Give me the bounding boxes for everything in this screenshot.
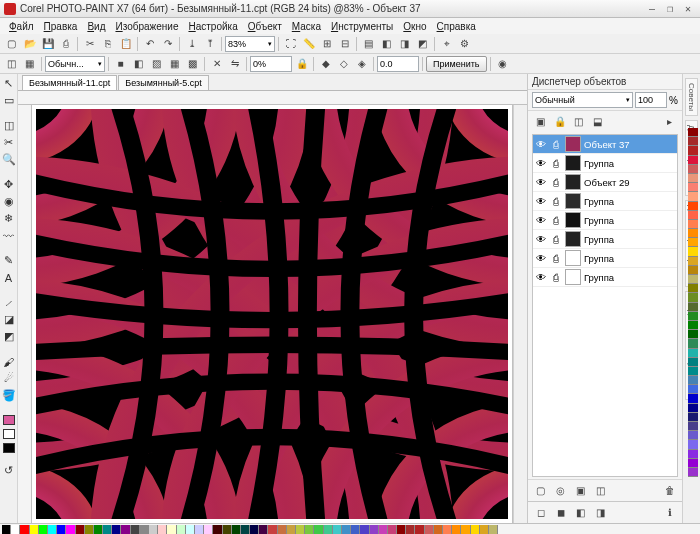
new-object-icon[interactable]: ▢ [532, 482, 549, 499]
paste-icon[interactable]: 📋 [117, 35, 134, 52]
layer-row[interactable]: 👁⎙Группа [533, 230, 677, 249]
color-swatch[interactable] [688, 440, 698, 449]
dropshadow-tool[interactable]: ◩ [1, 329, 16, 344]
color-swatch[interactable] [688, 459, 698, 468]
color-swatch[interactable] [131, 525, 140, 534]
options2-icon[interactable]: ◉ [494, 55, 511, 72]
color-swatch[interactable] [167, 525, 176, 534]
color-swatch[interactable] [57, 525, 66, 534]
color-swatch[interactable] [452, 525, 461, 534]
mask-mode2-icon[interactable]: ◼ [552, 504, 569, 521]
menu-Объект[interactable]: Объект [243, 21, 287, 32]
panel-opts-icon[interactable]: ▸ [661, 113, 678, 130]
new-lens-icon[interactable]: ◎ [552, 482, 569, 499]
node2-icon[interactable]: ◇ [335, 55, 352, 72]
new-mask-icon[interactable]: ◫ [592, 482, 609, 499]
undo-icon[interactable]: ↶ [141, 35, 158, 52]
color-swatch[interactable] [688, 303, 698, 312]
liquid-tool[interactable]: 〰 [1, 228, 16, 243]
layer-row[interactable]: 👁⎙Группа [533, 192, 677, 211]
close-button[interactable]: ✕ [680, 2, 696, 16]
color-swatch[interactable] [688, 137, 698, 146]
visibility-icon[interactable]: 👁 [535, 272, 547, 283]
snap-icon[interactable]: ⌖ [438, 35, 455, 52]
color-swatch[interactable] [688, 128, 698, 137]
print-icon[interactable]: ⎙ [550, 253, 562, 264]
print-icon[interactable]: ⎙ [550, 196, 562, 207]
canvas[interactable] [32, 105, 513, 523]
info-icon[interactable]: ℹ [661, 504, 678, 521]
filltype4-icon[interactable]: ▦ [166, 55, 183, 72]
opacity-field[interactable]: 0% [250, 56, 292, 72]
app3-icon[interactable]: ◩ [414, 35, 431, 52]
color-swatch[interactable] [415, 525, 424, 534]
cut-icon[interactable]: ✂ [81, 35, 98, 52]
redeye-tool[interactable]: ◉ [1, 194, 16, 209]
touchup-tool[interactable]: ❄ [1, 211, 16, 226]
node1-icon[interactable]: ◆ [317, 55, 334, 72]
merge-icon[interactable]: ⬓ [589, 113, 606, 130]
menu-Справка[interactable]: Справка [432, 21, 481, 32]
color-swatch[interactable] [314, 525, 323, 534]
zoom-tool[interactable]: 🔍 [1, 152, 16, 167]
mirror-icon[interactable]: ⇋ [226, 55, 243, 72]
crop-tool[interactable]: ✂ [1, 135, 16, 150]
print-icon[interactable]: ⎙ [57, 35, 74, 52]
layer-row[interactable]: 👁⎙Группа [533, 249, 677, 268]
layer-row[interactable]: 👁⎙Группа [533, 154, 677, 173]
pick-tool[interactable]: ↖ [1, 76, 16, 91]
menu-Правка[interactable]: Правка [39, 21, 83, 32]
paint-tool[interactable]: 🖌 [1, 354, 16, 369]
print-icon[interactable]: ⎙ [550, 234, 562, 245]
color-swatch[interactable] [333, 525, 342, 534]
visibility-icon[interactable]: 👁 [535, 253, 547, 264]
color-swatch[interactable] [379, 525, 388, 534]
color-swatch[interactable] [688, 293, 698, 302]
doc-tab[interactable]: Безымянный-11.cpt [22, 75, 117, 90]
layer-row[interactable]: 👁⎙Объект 37 [533, 135, 677, 154]
menu-Окно[interactable]: Окно [398, 21, 431, 32]
color-swatch[interactable] [425, 525, 434, 534]
color-swatch[interactable] [688, 330, 698, 339]
color-swatch[interactable] [688, 404, 698, 413]
color-swatch[interactable] [434, 525, 443, 534]
filltype2-icon[interactable]: ◧ [130, 55, 147, 72]
color-swatch[interactable] [688, 349, 698, 358]
color-swatch[interactable] [94, 525, 103, 534]
sprayer-tool[interactable]: ☄ [1, 371, 16, 386]
color-swatch[interactable] [39, 525, 48, 534]
color-swatch[interactable] [688, 284, 698, 293]
app1-icon[interactable]: ◧ [378, 35, 395, 52]
filltype3-icon[interactable]: ▨ [148, 55, 165, 72]
copy-icon[interactable]: ⎘ [99, 35, 116, 52]
fg-swatch[interactable] [3, 415, 15, 425]
layer-row[interactable]: 👁⎙Объект 29 [533, 173, 677, 192]
visibility-icon[interactable]: 👁 [535, 234, 547, 245]
ruler-icon[interactable]: 📏 [300, 35, 317, 52]
color-swatch[interactable] [688, 275, 698, 284]
color-swatch[interactable] [324, 525, 333, 534]
color-swatch[interactable] [204, 525, 213, 534]
filltype5-icon[interactable]: ▩ [184, 55, 201, 72]
presets-icon[interactable]: ◫ [3, 55, 20, 72]
color-swatch[interactable] [66, 525, 75, 534]
color-swatch[interactable] [342, 525, 351, 534]
effect-tool[interactable]: ✎ [1, 253, 16, 268]
fullscreen-icon[interactable]: ⛶ [282, 35, 299, 52]
blend-mode-combo[interactable]: Обычный▾ [532, 92, 633, 108]
color-swatch[interactable] [688, 229, 698, 238]
color-swatch[interactable] [388, 525, 397, 534]
color-swatch[interactable] [688, 257, 698, 266]
node3-icon[interactable]: ◈ [353, 55, 370, 72]
color-swatch[interactable] [223, 525, 232, 534]
color-swatch[interactable] [213, 525, 222, 534]
guide-icon[interactable]: ⊟ [336, 35, 353, 52]
color-swatch[interactable] [360, 525, 369, 534]
color-swatch[interactable] [688, 431, 698, 440]
app2-icon[interactable]: ◨ [396, 35, 413, 52]
mask-mode3-icon[interactable]: ◧ [572, 504, 589, 521]
color-swatch[interactable] [397, 525, 406, 534]
swap-icon[interactable]: ✕ [208, 55, 225, 72]
color-swatch[interactable] [241, 525, 250, 534]
visibility-icon[interactable]: 👁 [535, 215, 547, 226]
